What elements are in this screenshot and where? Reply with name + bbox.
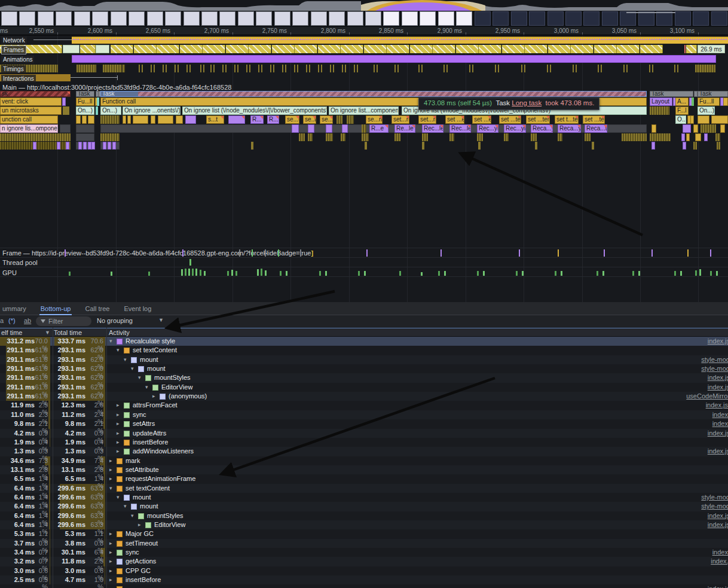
column-divider[interactable] (53, 328, 53, 588)
timing-block[interactable] (77, 65, 96, 72)
filmstrip-thumbnail[interactable] (438, 11, 454, 26)
timing-mark[interactable] (237, 65, 238, 72)
timing-mark[interactable] (354, 65, 355, 72)
activity-label[interactable]: mount (140, 356, 158, 363)
timing-mark[interactable] (306, 65, 307, 72)
filmstrip-thumbnail[interactable] (693, 11, 709, 26)
filmstrip-thumbnail[interactable] (420, 11, 436, 26)
timeline-ruler[interactable]: ms 2,550 ms2,600 ms2,650 ms2,700 ms2,750… (0, 27, 728, 35)
activity-label[interactable]: mark (126, 457, 140, 464)
timing-mark[interactable] (166, 65, 167, 72)
activity-label[interactable]: setTimeout (126, 540, 158, 547)
flame-bar[interactable] (477, 133, 483, 141)
timing-mark[interactable] (576, 65, 577, 72)
flame-bar[interactable] (308, 124, 314, 133)
expand-arrow-icon[interactable]: ▾ (109, 485, 112, 491)
source-link[interactable]: index.js (708, 383, 728, 391)
expand-arrow-icon[interactable]: ▸ (109, 577, 112, 583)
table-row[interactable]: 291.1 ms61.6 %293.1 ms62.0 %▾mountstyle-… (0, 355, 728, 365)
flame-bar[interactable] (337, 115, 342, 124)
frame-segment[interactable] (502, 45, 525, 53)
filmstrip-thumbnail[interactable] (365, 11, 381, 26)
expand-arrow-icon[interactable]: ▸ (117, 448, 120, 454)
filmstrip-thumbnail[interactable] (565, 11, 582, 26)
activity-label[interactable]: Recalculate style (126, 337, 175, 345)
track-label-interactions[interactable]: Interactions (1, 75, 36, 83)
flame-bar[interactable] (651, 124, 656, 133)
frame-segment[interactable] (134, 45, 157, 53)
filmstrip-thumbnail[interactable] (19, 11, 35, 26)
expand-arrow-icon[interactable]: ▸ (109, 458, 112, 464)
expand-arrow-icon[interactable]: ▸ (138, 522, 141, 528)
timing-block[interactable] (103, 65, 122, 72)
cpu-overview-strip[interactable] (0, 0, 728, 11)
expand-arrow-icon[interactable]: ▾ (145, 384, 148, 390)
frame-segment[interactable] (318, 45, 341, 53)
flame-bar[interactable]: se..t (303, 115, 316, 124)
flame-bar[interactable]: R... (267, 115, 279, 124)
flame-bar[interactable] (66, 142, 69, 150)
timing-mark[interactable] (294, 65, 295, 72)
flame-bar[interactable]: On...) (76, 106, 94, 115)
table-row[interactable]: 34.6 ms7.3 %34.9 ms7.4 %▸mark (0, 456, 728, 466)
timing-mark[interactable] (677, 65, 678, 72)
flame-bar[interactable]: set ...tent (583, 115, 605, 124)
flame-bar[interactable] (622, 133, 647, 141)
expand-arrow-icon[interactable]: ▸ (117, 421, 120, 426)
timing-mark[interactable] (189, 65, 191, 72)
flame-bar[interactable]: Task (76, 91, 94, 97)
timing-mark[interactable] (203, 65, 204, 72)
timing-mark[interactable] (261, 65, 262, 72)
expand-arrow-icon[interactable]: ▾ (131, 513, 134, 519)
flame-bar[interactable]: A... (675, 98, 689, 106)
table-row[interactable]: 6.5 ms1.4 %6.5 ms1.4 %▸requestAnimationF… (0, 474, 728, 484)
activity-label[interactable]: requestAnimationFrame (126, 475, 195, 482)
flame-bar[interactable]: Task (650, 91, 693, 97)
flame-bar[interactable]: On...) (698, 106, 715, 115)
timing-mark[interactable] (186, 65, 188, 72)
filmstrip-thumbnail[interactable] (638, 11, 654, 26)
match-case-icon[interactable]: a (0, 317, 4, 324)
flame-bar[interactable] (504, 133, 509, 141)
timing-mark[interactable] (246, 65, 247, 72)
flame-bar[interactable] (690, 115, 694, 124)
table-row[interactable]: 291.1 ms61.6 %293.1 ms62.0 %▸(anonymous)… (0, 392, 728, 401)
track-label-frames[interactable]: Frames (1, 45, 26, 54)
flame-bar[interactable]: set ...ent (445, 115, 464, 124)
network-request-bar[interactable] (72, 36, 728, 44)
filmstrip-thumbnail[interactable] (147, 11, 163, 26)
source-link[interactable]: index.js (708, 512, 728, 519)
timing-mark[interactable] (345, 65, 346, 72)
flame-bar[interactable] (97, 98, 99, 106)
timing-mark[interactable] (234, 65, 235, 72)
timing-mark[interactable] (330, 65, 331, 72)
timing-mark[interactable] (357, 65, 358, 72)
activity-label[interactable]: sync (133, 411, 146, 418)
flame-bar[interactable] (693, 142, 697, 150)
timing-mark[interactable] (163, 65, 164, 72)
timing-mark[interactable] (154, 65, 155, 72)
filmstrip-thumbnail[interactable] (329, 11, 345, 26)
flame-bar[interactable] (91, 142, 95, 150)
table-row[interactable]: 291.1 ms61.6 %293.1 ms62.0 %▾set textCon… (0, 346, 728, 355)
timing-mark[interactable] (446, 65, 448, 72)
timing-mark[interactable] (573, 65, 574, 72)
timing-mark[interactable] (333, 65, 334, 72)
frame-segment[interactable] (387, 45, 409, 53)
timing-mark[interactable] (282, 65, 283, 72)
flame-bar[interactable] (251, 142, 253, 150)
flame-bar[interactable] (422, 133, 428, 141)
timing-mark[interactable] (601, 65, 602, 72)
flame-bar[interactable]: On ignore ...onents\/) (123, 106, 181, 115)
track-label-timings[interactable]: Timings (1, 65, 26, 73)
frame-segment[interactable] (111, 45, 133, 53)
filmstrip-thumbnail[interactable] (456, 11, 472, 26)
regex-toggle-icon[interactable]: (*) (8, 317, 16, 324)
flame-bar[interactable]: Rec...yle (504, 124, 526, 133)
expand-arrow-icon[interactable]: ▸ (117, 439, 120, 445)
filmstrip-thumbnail[interactable] (529, 11, 545, 26)
source-link[interactable]: index.j (711, 557, 728, 565)
activity-label[interactable]: mount (140, 502, 158, 510)
source-link[interactable]: useCodeMirror (686, 392, 728, 400)
filmstrip-thumbnail[interactable] (675, 11, 691, 26)
